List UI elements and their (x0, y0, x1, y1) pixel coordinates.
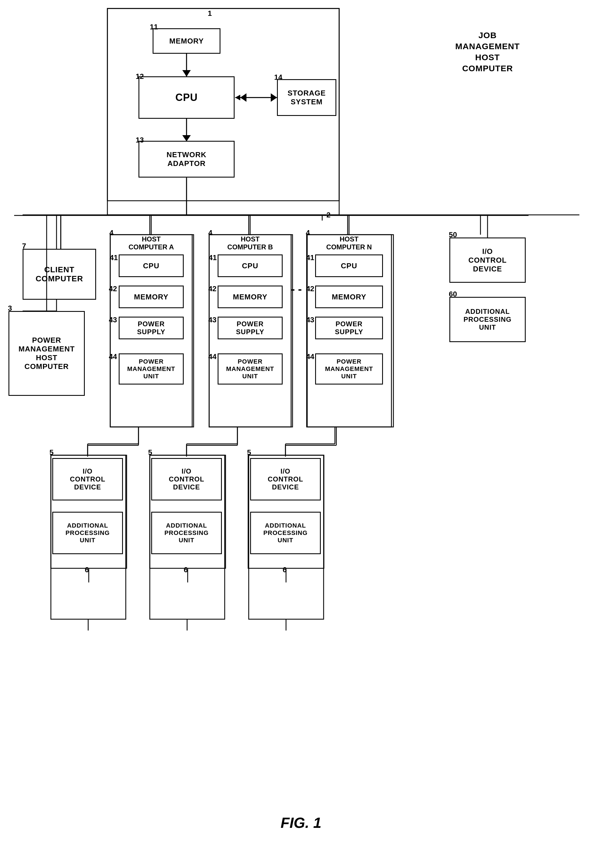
ref-2-label: 2 (326, 210, 330, 220)
ref-3-label: 3 (8, 304, 12, 313)
svg-marker-4 (182, 135, 191, 141)
ref-5a-label: 5 (49, 448, 54, 457)
cpu-top-box: CPU (138, 76, 235, 119)
ref-5c-label: 5 (247, 448, 251, 457)
host-b-title: HOST COMPUTER B (209, 235, 291, 252)
ref-43b-label: 43 (208, 315, 217, 324)
host-a-title: HOST COMPUTER A (110, 235, 192, 252)
ref-60-label: 60 (449, 290, 457, 298)
cpu-n-box: CPU (315, 255, 383, 277)
ref-41a-label: 41 (110, 253, 118, 262)
io-control-a-box: I/O CONTROL DEVICE (52, 458, 123, 501)
svg-marker-6 (240, 93, 246, 102)
svg-marker-7 (271, 93, 277, 102)
add-proc-60-box: ADDITIONAL PROCESSING UNIT (449, 297, 526, 342)
ref-6a-label: 6 (85, 565, 89, 574)
arrows-overlay (0, 0, 602, 848)
ref-6c-label: 6 (283, 565, 287, 574)
ref-14-label: 14 (274, 73, 283, 82)
ref-12-label: 12 (136, 72, 144, 81)
svg-marker-43 (235, 95, 240, 100)
ref-42c-label: 42 (306, 284, 314, 293)
memory-a-box: MEMORY (119, 286, 184, 308)
svg-marker-2 (182, 70, 191, 76)
ref-44b-label: 44 (208, 352, 217, 361)
ref-42b-label: 42 (208, 284, 217, 293)
io-control-50-box: I/O CONTROL DEVICE (449, 238, 526, 283)
ref-41c-label: 41 (306, 253, 314, 262)
memory-n-box: MEMORY (315, 286, 383, 308)
network-adaptor-box: NETWORK ADAPTOR (138, 141, 235, 178)
diagram: 1 JOB MANAGEMENT HOST COMPUTER MEMORY 11… (0, 0, 602, 848)
power-supply-n-box: POWER SUPPLY (315, 316, 383, 339)
ref-43a-label: 43 (109, 315, 117, 324)
memory-b-box: MEMORY (218, 286, 283, 308)
ref-44a-label: 44 (109, 352, 117, 361)
ref-44c-label: 44 (306, 352, 314, 361)
ref-5b-label: 5 (148, 448, 152, 457)
ref-41b-label: 41 (209, 253, 217, 262)
add-proc-n-box: ADDITIONAL PROCESSING UNIT (250, 512, 321, 554)
add-proc-a-box: ADDITIONAL PROCESSING UNIT (52, 512, 123, 554)
ref-1-label: 1 (208, 9, 212, 18)
power-supply-a-box: POWER SUPPLY (119, 316, 184, 339)
io-control-n-box: I/O CONTROL DEVICE (250, 458, 321, 501)
ellipsis: - - (291, 283, 302, 295)
pmu-b-box: POWER MANAGEMENT UNIT (218, 353, 283, 384)
ref-6b-label: 6 (184, 565, 188, 574)
cpu-b-box: CPU (218, 255, 283, 277)
pmu-a-box: POWER MANAGEMENT UNIT (119, 353, 184, 384)
ref-13-label: 13 (136, 136, 144, 144)
ref-11-label: 11 (150, 23, 158, 31)
memory-box: MEMORY (153, 28, 220, 54)
ref-7-label: 7 (22, 242, 26, 250)
cpu-a-box: CPU (119, 255, 184, 277)
power-mgmt-host-box: POWER MANAGEMENT HOST COMPUTER (8, 311, 85, 396)
client-computer-box: CLIENT COMPUTER (23, 249, 96, 300)
host-n-title: HOST COMPUTER N (307, 235, 392, 252)
ref-42a-label: 42 (109, 284, 117, 293)
connection-lines (0, 0, 602, 848)
ref-43c-label: 43 (306, 315, 314, 324)
power-supply-b-box: POWER SUPPLY (218, 316, 283, 339)
pmu-n-box: POWER MANAGEMENT UNIT (315, 353, 383, 384)
fig-caption: FIG. 1 (0, 814, 602, 840)
io-control-b-box: I/O CONTROL DEVICE (151, 458, 222, 501)
storage-box: STORAGE SYSTEM (277, 79, 336, 116)
svg-marker-44 (272, 95, 277, 100)
add-proc-b-box: ADDITIONAL PROCESSING UNIT (151, 512, 222, 554)
ref-50-label: 50 (449, 230, 457, 239)
